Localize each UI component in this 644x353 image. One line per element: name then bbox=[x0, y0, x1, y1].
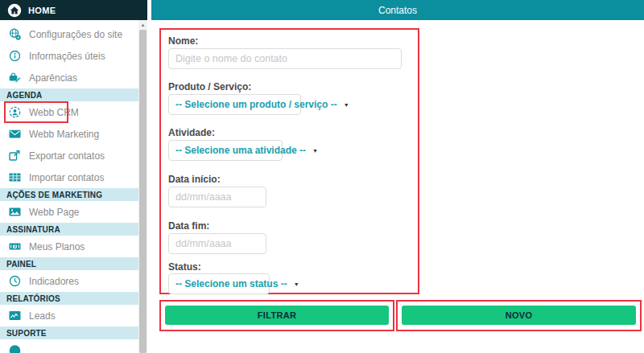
sidebar-scrollbar[interactable]: ▲ bbox=[138, 20, 147, 353]
nome-label: Nome: bbox=[168, 35, 198, 47]
status-selected-value: -- Selecione um status -- bbox=[175, 278, 287, 289]
chevron-down-icon: ▼ bbox=[306, 148, 318, 154]
sidebar-item-informacoes[interactable]: Informações úteis bbox=[0, 45, 138, 67]
sidebar-item-webb-page[interactable]: Webb Page bbox=[0, 201, 138, 223]
table-icon bbox=[8, 170, 22, 184]
sidebar-section-suporte: SUPORTE bbox=[0, 326, 138, 339]
money-icon: $ bbox=[8, 240, 22, 253]
status-label: Status: bbox=[168, 261, 201, 273]
sidebar-item-label: Exportar contatos bbox=[29, 150, 105, 162]
data-fim-input[interactable] bbox=[168, 233, 266, 254]
sidebar-section-painel: PAINEL bbox=[0, 257, 138, 270]
atividade-select[interactable]: -- Selecione uma atividade -- ▼ bbox=[168, 140, 283, 161]
sidebar-item-label: Leads bbox=[29, 310, 56, 322]
sidebar-item-exportar-contatos[interactable]: Exportar contatos bbox=[0, 145, 138, 166]
sidebar-section-relatorios: RELATÓRIOS bbox=[0, 292, 138, 305]
sidebar-item-label: Webb CRM bbox=[29, 107, 79, 118]
sidebar-header-title: HOME bbox=[28, 6, 56, 15]
data-inicio-label: Data início: bbox=[168, 174, 221, 185]
sidebar-section-assinatura: ASSINATURA bbox=[0, 223, 138, 236]
circle-icon bbox=[8, 343, 22, 353]
filtrar-highlight-box: FILTRAR bbox=[159, 300, 394, 331]
sidebar-header: HOME bbox=[0, 0, 147, 20]
sidebar-item-meus-planos[interactable]: $ Meus Planos bbox=[0, 236, 138, 257]
globe-gear-icon bbox=[8, 27, 22, 41]
sidebar-item-label: Indicadores bbox=[29, 276, 79, 287]
produto-servico-label: Produto / Serviço: bbox=[168, 81, 251, 92]
sidebar-item-leads[interactable]: Leads bbox=[0, 305, 138, 326]
sidebar-item-label: Importar contatos bbox=[29, 172, 104, 183]
sidebar-item-partial-bottom[interactable] bbox=[0, 339, 138, 353]
novo-highlight-box: NOVO bbox=[396, 300, 642, 331]
sidebar-item-label: Informações úteis bbox=[29, 51, 105, 62]
chevron-down-icon: ▼ bbox=[287, 281, 299, 287]
sidebar-section-agenda: AGENDA bbox=[0, 88, 138, 101]
sidebar-item-label: Webb Marketing bbox=[29, 129, 99, 140]
page-title: Contatos bbox=[378, 5, 417, 16]
sidebar-item-indicadores[interactable]: Indicadores bbox=[0, 270, 138, 292]
sidebar-item-webb-marketing[interactable]: Webb Marketing bbox=[0, 123, 138, 145]
produto-servico-selected-value: -- Selecione um produto / serviço -- bbox=[175, 99, 337, 110]
atividade-selected-value: -- Selecione uma atividade -- bbox=[175, 145, 306, 156]
atividade-label: Atividade: bbox=[168, 127, 215, 138]
data-fim-label: Data fim: bbox=[168, 220, 209, 232]
data-inicio-input[interactable] bbox=[168, 187, 266, 207]
nome-input[interactable] bbox=[168, 48, 402, 69]
page-title-bar: Contatos bbox=[151, 0, 644, 20]
user-circle-icon bbox=[8, 105, 22, 119]
sidebar-item-label: Configurações do site bbox=[29, 29, 122, 40]
filter-form-highlight-box: Nome: Produto / Serviço: -- Selecione um… bbox=[159, 28, 419, 294]
info-icon bbox=[8, 49, 22, 63]
scrollbar-thumb[interactable] bbox=[139, 30, 147, 353]
clock-icon bbox=[8, 274, 22, 288]
envelope-icon bbox=[8, 127, 22, 141]
sidebar-item-webb-crm[interactable]: Webb CRM bbox=[0, 101, 138, 123]
sidebar-item-label: Webb Page bbox=[29, 207, 80, 218]
produto-servico-select[interactable]: -- Selecione um produto / serviço -- ▼ bbox=[168, 94, 301, 115]
status-select[interactable]: -- Selecione um status -- ▼ bbox=[168, 273, 270, 294]
sidebar-item-configuracoes[interactable]: Configurações do site bbox=[0, 23, 138, 45]
sidebar-item-label: Meus Planos bbox=[29, 241, 85, 252]
chevron-down-icon: ▼ bbox=[337, 102, 349, 108]
home-icon[interactable] bbox=[7, 3, 22, 18]
filtrar-button[interactable]: FILTRAR bbox=[165, 306, 389, 325]
sidebar-item-importar-contatos[interactable]: Importar contatos bbox=[0, 166, 138, 188]
novo-button[interactable]: NOVO bbox=[402, 306, 636, 325]
sidebar: Configurações do site Informações úteis … bbox=[0, 20, 138, 353]
chart-icon bbox=[8, 309, 22, 322]
paint-icon bbox=[8, 71, 22, 84]
scrollbar-up-arrow-icon[interactable]: ▲ bbox=[138, 20, 147, 30]
sidebar-section-acoes-de-marketing: AÇÕES DE MARKETING bbox=[0, 188, 138, 201]
svg-text:$: $ bbox=[14, 244, 16, 248]
sidebar-item-aparencias[interactable]: Aparências bbox=[0, 67, 138, 88]
image-icon bbox=[8, 205, 22, 219]
export-icon bbox=[8, 149, 22, 162]
sidebar-item-label: Aparências bbox=[29, 72, 77, 84]
